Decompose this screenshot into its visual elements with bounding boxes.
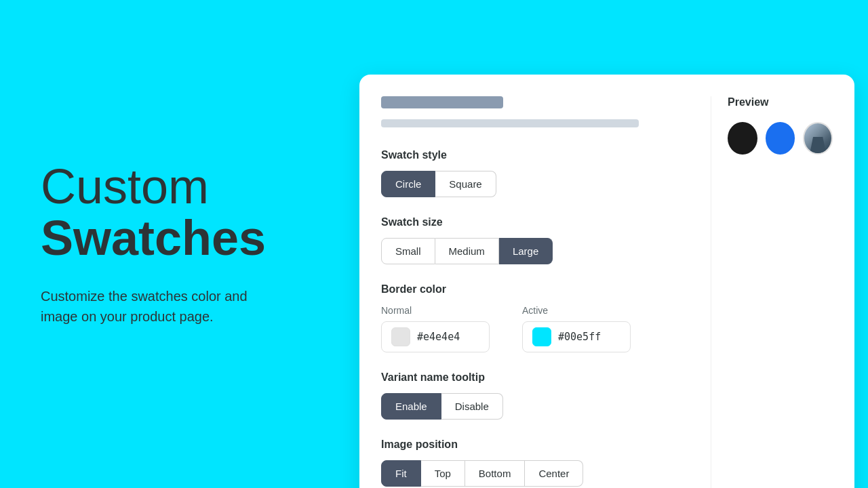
preview-swatches (728, 122, 833, 155)
border-color-section: Border color Normal #e4e4e4 Active #0 (381, 283, 711, 352)
image-position-btn-group: Fit Top Bottom Center (381, 460, 711, 487)
settings-card: Swatch style Circle Square Swatch size S… (359, 75, 854, 488)
border-normal-label: Normal (381, 305, 490, 316)
border-normal-input[interactable]: #e4e4e4 (381, 321, 490, 352)
hero-subtitle: Customize the swatches color andimage on… (41, 286, 319, 327)
swatch-size-large-btn[interactable]: Large (499, 238, 553, 264)
swatch-size-small-btn[interactable]: Small (381, 238, 435, 264)
preview-swatch-image (803, 122, 833, 155)
border-active-label: Active (522, 305, 631, 316)
variant-tooltip-enable-btn[interactable]: Enable (381, 393, 441, 420)
image-position-top-btn[interactable]: Top (421, 460, 465, 487)
border-normal-group: Normal #e4e4e4 (381, 305, 490, 352)
image-position-section: Image position Fit Top Bottom Center (381, 439, 711, 487)
swatch-size-label: Swatch size (381, 216, 711, 228)
variant-tooltip-btn-group: Enable Disable (381, 393, 711, 420)
swatch-style-label: Swatch style (381, 149, 711, 161)
variant-tooltip-disable-btn[interactable]: Disable (441, 393, 503, 420)
image-position-bottom-btn[interactable]: Bottom (465, 460, 526, 487)
border-active-swatch (532, 327, 551, 346)
border-active-group: Active #00e5ff (522, 305, 631, 352)
right-panel: Swatch style Circle Square Swatch size S… (359, 0, 868, 488)
hero-title-light: Custom (41, 161, 319, 213)
border-color-inputs: Normal #e4e4e4 Active #00e5ff (381, 305, 711, 352)
swatch-style-square-btn[interactable]: Square (435, 171, 496, 197)
swatch-size-medium-btn[interactable]: Medium (435, 238, 499, 264)
hero-title-bold: Swatches (41, 213, 319, 264)
variant-tooltip-section: Variant name tooltip Enable Disable (381, 371, 711, 420)
hero-title: Custom Swatches (41, 161, 319, 264)
swatch-size-btn-group: Small Medium Large (381, 238, 711, 264)
swatch-style-section: Swatch style Circle Square (381, 149, 711, 197)
border-normal-swatch (391, 327, 410, 346)
preview-label: Preview (728, 96, 833, 108)
swatch-style-circle-btn[interactable]: Circle (381, 171, 435, 197)
preview-swatch-black (728, 122, 757, 155)
image-position-label: Image position (381, 439, 711, 451)
border-active-value: #00e5ff (558, 331, 601, 343)
preview-swatch-blue (766, 122, 795, 155)
preview-panel: Preview (711, 96, 833, 488)
border-active-input[interactable]: #00e5ff (522, 321, 631, 352)
image-position-fit-btn[interactable]: Fit (381, 460, 421, 487)
card-main: Swatch style Circle Square Swatch size S… (381, 96, 711, 488)
skeleton-sub-bar (381, 119, 639, 127)
swatch-style-btn-group: Circle Square (381, 171, 711, 197)
border-color-label: Border color (381, 283, 711, 296)
skeleton-title-bar (381, 96, 503, 108)
swatch-size-section: Swatch size Small Medium Large (381, 216, 711, 264)
variant-tooltip-label: Variant name tooltip (381, 371, 711, 384)
image-position-center-btn[interactable]: Center (525, 460, 583, 487)
left-panel: Custom Swatches Customize the swatches c… (0, 0, 359, 488)
border-normal-value: #e4e4e4 (417, 331, 460, 343)
